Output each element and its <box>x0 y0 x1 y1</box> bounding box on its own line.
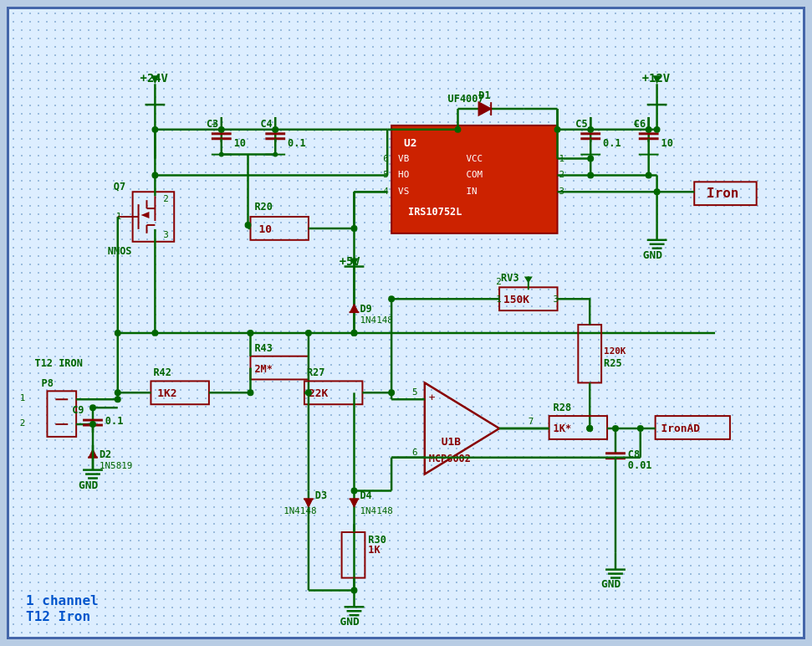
svg-point-192 <box>586 425 593 432</box>
svg-point-136 <box>115 389 121 396</box>
t12-label: T12 IRON <box>35 357 83 369</box>
corner-annotation: 1 channelT12 Iron <box>26 592 99 624</box>
svg-point-66 <box>646 126 652 133</box>
c6-value: 10 <box>661 137 673 149</box>
u1b-pin5: 5 <box>412 387 418 397</box>
u2-pin-com: COM <box>466 169 483 180</box>
r30-label: R30 <box>368 534 386 546</box>
r42-label: R42 <box>153 367 171 378</box>
d4-type: 1N4148 <box>360 505 392 516</box>
svg-marker-161 <box>350 499 359 507</box>
d2-label: D2 <box>100 449 111 460</box>
u2-pin-vs: VS <box>398 186 409 197</box>
r20-label: R20 <box>254 201 272 213</box>
r27-label: R27 <box>307 367 324 378</box>
c4-label: C4 <box>260 118 272 130</box>
svg-point-77 <box>587 172 594 178</box>
opamp-minus: - <box>429 450 436 463</box>
r28-value: 1K* <box>554 423 571 434</box>
gnd-label-2: GND <box>340 615 360 628</box>
c5-label: C5 <box>575 118 587 130</box>
svg-point-177 <box>351 487 358 494</box>
rv3-label: RV3 <box>501 272 518 284</box>
c6-plus: + <box>634 119 640 130</box>
opamp-plus: + <box>429 391 436 403</box>
r43-value: 2M* <box>254 363 272 375</box>
svg-point-97 <box>151 126 158 133</box>
d2-type: 1N5819 <box>100 460 132 471</box>
svg-point-169 <box>351 587 358 593</box>
svg-point-54 <box>272 126 278 133</box>
r43-label: R43 <box>254 342 272 354</box>
svg-point-85 <box>219 152 224 157</box>
svg-point-107 <box>245 222 252 228</box>
c8-value: 0.01 <box>628 459 652 471</box>
u2-pin-vcc: VCC <box>466 153 483 164</box>
u1b-label: U1B <box>442 435 462 448</box>
svg-point-101 <box>151 172 158 178</box>
p8-pin2: 2 <box>20 418 26 428</box>
u2-label: U2 <box>404 136 417 149</box>
c3-value: 10 <box>234 137 246 149</box>
gnd-label-1: GND <box>643 249 663 261</box>
d9-label: D9 <box>360 303 371 315</box>
schematic-board: +24V +12V +5V GND GND GND <box>7 7 805 639</box>
q7-pin3: 3 <box>163 229 169 240</box>
d9-type: 1N4148 <box>360 315 392 326</box>
gnd-label-3: GND <box>79 479 99 491</box>
rv3-value: 150K <box>503 293 529 305</box>
iron-label: Iron <box>707 185 738 201</box>
u2-pin-in: IN <box>466 186 477 197</box>
r42-value: 1K2 <box>157 387 176 399</box>
u1b-pin6: 6 <box>412 447 418 458</box>
svg-point-67 <box>654 126 661 133</box>
svg-point-78 <box>646 172 652 178</box>
rv3-pin2: 2 <box>496 276 502 287</box>
c5-value: 0.1 <box>603 137 620 149</box>
svg-point-142 <box>305 330 312 336</box>
q7-label: Q7 <box>114 181 125 192</box>
svg-point-121 <box>115 396 121 402</box>
c9-value: 0.1 <box>105 415 123 427</box>
c3-plus: + <box>212 119 217 130</box>
u2-pin-ho: HO <box>398 169 409 180</box>
r25-label: R25 <box>604 357 621 369</box>
q7-pin2: 2 <box>163 193 169 204</box>
svg-point-154 <box>351 330 358 336</box>
svg-marker-95 <box>141 212 150 218</box>
svg-point-53 <box>218 126 225 133</box>
p8-label: P8 <box>41 377 53 389</box>
d1-label: D1 <box>478 90 490 101</box>
svg-point-200 <box>612 425 619 432</box>
q7-type: NMOS <box>108 245 132 257</box>
c4-value: 0.1 <box>288 137 305 149</box>
p8-pin1: 1 <box>20 392 26 403</box>
r25-value: 120K <box>604 346 626 356</box>
svg-point-128 <box>89 404 96 411</box>
svg-marker-151 <box>350 304 359 312</box>
ironad-label: IronAD <box>661 422 701 434</box>
svg-point-60 <box>455 126 462 133</box>
r28-label: R28 <box>554 402 571 413</box>
gnd-label-4: GND <box>601 577 621 590</box>
r20-value: 10 <box>258 223 272 235</box>
u1b-pin7: 7 <box>529 416 534 427</box>
c9-label: C9 <box>72 404 84 416</box>
d3-label: D3 <box>315 490 327 501</box>
u2-type: IRS10752L <box>408 206 462 218</box>
u2-pin-vb: VB <box>398 153 410 164</box>
d3-type: 1N4148 <box>283 505 316 516</box>
svg-point-71 <box>554 126 561 133</box>
svg-point-114 <box>151 330 158 336</box>
svg-point-129 <box>89 421 96 428</box>
svg-point-86 <box>273 152 278 157</box>
